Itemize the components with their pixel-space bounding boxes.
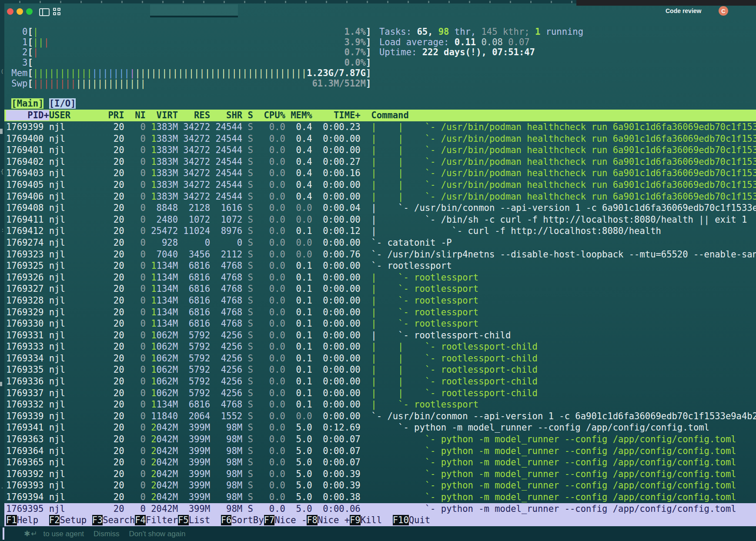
process-row[interactable]: 1769323 njl 20 0 7040 3456 2112 S 0.0 0.…: [4, 249, 756, 260]
cell-shr: 4768: [210, 318, 242, 329]
fkey-f1-help[interactable]: F1Help: [6, 515, 49, 525]
cell-ni: 0: [124, 434, 146, 444]
sidebar-toggle-icon[interactable]: [39, 8, 50, 16]
fkey-f5-list[interactable]: F5List: [178, 515, 221, 525]
cell-shr: 8976: [210, 226, 242, 236]
cell-res: 6816: [178, 307, 210, 317]
fkey-f4-filter[interactable]: F4Filter: [135, 515, 178, 525]
process-row[interactable]: 1769326 njl 20 0 1134M 6816 4768 S 0.0 0…: [4, 272, 756, 284]
cell-virt: 25472: [146, 226, 178, 236]
process-row[interactable]: 1769274 njl 20 0 928 0 0 S 0.0 0.0 0:00.…: [4, 237, 756, 249]
cell-virt-highlight: 1: [151, 260, 156, 271]
terminal-tab[interactable]: [150, 4, 238, 17]
process-row[interactable]: 1769399 njl 20 0 1383M 34272 24544 S 0.0…: [4, 121, 756, 133]
bracket: ]: [366, 37, 371, 47]
desktop: ( { : · Code review C 0[| 1.4%]: [0, 0, 756, 541]
process-row[interactable]: 1769334 njl 20 0 1062M 5792 4256 S 0.0 0…: [4, 353, 756, 364]
process-row[interactable]: 1769325 njl 20 0 1134M 6816 4768 S 0.0 0…: [4, 260, 756, 272]
process-row[interactable]: 1769392 njl 20 0 2042M 399M 98M S 0.0 5.…: [4, 468, 756, 480]
process-row[interactable]: 1769330 njl 20 0 1134M 6816 4768 S 0.0 0…: [4, 318, 756, 330]
process-row[interactable]: 1769364 njl 20 0 2042M 399M 98M S 0.0 5.…: [4, 445, 756, 457]
process-row[interactable]: 1769327 njl 20 0 1134M 6816 4768 S 0.0 0…: [4, 283, 756, 295]
cell-virt-highlight: 2: [151, 480, 156, 491]
tab-overview-icon[interactable]: [53, 8, 60, 15]
cell-pri: 20: [103, 492, 124, 502]
process-row[interactable]: 1769402 njl 20 0 1383M 34272 24544 S 0.0…: [4, 156, 756, 168]
process-row[interactable]: 1769332 njl 20 0 1134M 6816 4768 S 0.0 0…: [4, 399, 756, 411]
tab-io[interactable]: [I/O]: [49, 98, 76, 109]
fkey-f9-kill[interactable]: F9Kill: [350, 515, 393, 525]
fkey-f10-quit[interactable]: F10Quit: [393, 515, 441, 525]
cell-sep: [43, 203, 49, 213]
dont-show-again-button[interactable]: Don't show again: [129, 530, 186, 538]
meter-bars: ||: [33, 37, 44, 47]
cell-shr: 24544: [210, 157, 242, 167]
process-row[interactable]: 1769412 njl 20 0 25472 11024 8976 S 0.0 …: [4, 225, 756, 237]
cell-pri: 20: [103, 203, 124, 213]
code-review-badge[interactable]: C: [719, 6, 728, 16]
tab-main[interactable]: [Main]: [11, 98, 43, 109]
fkey-f7-nice-[interactable]: F7Nice -: [264, 515, 307, 525]
dismiss-button[interactable]: Dismiss: [94, 530, 120, 538]
text-span: [43, 98, 49, 109]
cell-virt: [146, 399, 151, 410]
cell-user: njl: [49, 249, 103, 260]
text-span: [49, 37, 345, 47]
cell-cmd: | | `- /usr/bin/podman healthcheck run 6…: [371, 122, 756, 132]
process-row[interactable]: 1769393 njl 20 0 2042M 399M 98M S 0.0 5.…: [4, 480, 756, 491]
cell-virt: [146, 157, 151, 167]
fkey-f8-nice+[interactable]: F8Nice +: [307, 515, 350, 525]
cell-pid: 1769335: [6, 364, 43, 375]
cell-shr: 1616: [210, 203, 242, 213]
cell-cpu: 0.0: [253, 399, 285, 410]
cell-ni: 0: [124, 237, 146, 248]
process-row[interactable]: 1769339 njl 20 0 11840 2064 1552 S 0.0 0…: [4, 411, 756, 422]
process-row[interactable]: 1769363 njl 20 0 2042M 399M 98M S 0.0 5.…: [4, 434, 756, 445]
process-row[interactable]: 1769394 njl 20 0 2042M 399M 98M S 0.0 5.…: [4, 491, 756, 503]
cell-gap: [361, 330, 371, 341]
cell-virt-highlight: 1: [151, 145, 156, 155]
process-row[interactable]: 1769336 njl 20 0 1062M 5792 4256 S 0.0 0…: [4, 376, 756, 387]
cell-res: 6816: [178, 318, 210, 329]
process-row[interactable]: 1769335 njl 20 0 1062M 5792 4256 S 0.0 0…: [4, 364, 756, 376]
process-table-header[interactable]: PID+USER PRI NI VIRT RES SHR S CPU% MEM%…: [4, 110, 756, 121]
process-row[interactable]: 1769403 njl 20 0 1383M 34272 24544 S 0.0…: [4, 167, 756, 179]
process-row[interactable]: 1769341 njl 20 0 2042M 399M 98M S 0.0 5.…: [4, 422, 756, 434]
cell-pid: 1769364: [6, 446, 43, 456]
close-button[interactable]: [7, 8, 13, 15]
cell-res: 6816: [178, 284, 210, 294]
process-row[interactable]: 1769408 njl 20 0 8848 2128 1616 S 0.0 0.…: [4, 202, 756, 214]
tab-underline: [150, 16, 238, 17]
cell-s: S: [242, 260, 253, 271]
process-row[interactable]: 1769337 njl 20 0 1062M 5792 4256 S 0.0 0…: [4, 387, 756, 399]
code-review-label[interactable]: Code review: [666, 7, 701, 14]
process-row[interactable]: 1769329 njl 20 0 1134M 6816 4768 S 0.0 0…: [4, 307, 756, 318]
fkey-f2-setup[interactable]: F2Setup: [49, 515, 92, 525]
process-row[interactable]: 1769406 njl 20 0 1383M 34272 24544 S 0.0…: [4, 191, 756, 203]
fkey-f3-search[interactable]: F3Search: [92, 515, 135, 525]
fkey-f6-sortby[interactable]: F6SortBy: [221, 515, 264, 525]
cell-cmd: | | `- /usr/bin/podman healthcheck run 6…: [371, 157, 756, 167]
minimize-button[interactable]: [17, 8, 23, 15]
process-row-selected[interactable]: 1769395 njl 20 0 2042M 399M 98M S 0.0 5.…: [4, 503, 756, 515]
zoom-button[interactable]: [26, 8, 33, 15]
process-row[interactable]: 1769331 njl 20 0 1062M 5792 4256 S 0.0 0…: [4, 330, 756, 341]
process-row[interactable]: 1769333 njl 20 0 1062M 5792 4256 S 0.0 0…: [4, 341, 756, 353]
process-row[interactable]: 1769405 njl 20 0 1383M 34272 24544 S 0.0…: [4, 179, 756, 191]
cell-time: 0:00.00: [312, 364, 361, 375]
cell-gap: [361, 284, 371, 294]
cell-shr: 4256: [210, 353, 242, 364]
cell-virt: 042M: [157, 422, 178, 433]
cell-gap: [361, 157, 371, 167]
process-row[interactable]: 1769365 njl 20 0 2042M 399M 98M S 0.0 5.…: [4, 457, 756, 468]
cell-s: S: [242, 122, 253, 132]
info-segment: 0.11: [455, 37, 482, 47]
process-row[interactable]: 1769401 njl 20 0 1383M 34272 24544 S 0.0…: [4, 144, 756, 156]
process-row[interactable]: 1769328 njl 20 0 1134M 6816 4768 S 0.0 0…: [4, 295, 756, 307]
cell-pid: 1769332: [6, 399, 43, 410]
cell-cpu: 0.0: [253, 295, 285, 306]
process-row[interactable]: 1769411 njl 20 0 2480 1072 1072 S 0.0 0.…: [4, 214, 756, 226]
process-row[interactable]: 1769400 njl 20 0 1383M 34272 24544 S 0.0…: [4, 133, 756, 145]
cell-user: njl: [49, 399, 103, 410]
cell-s: S: [242, 504, 253, 514]
